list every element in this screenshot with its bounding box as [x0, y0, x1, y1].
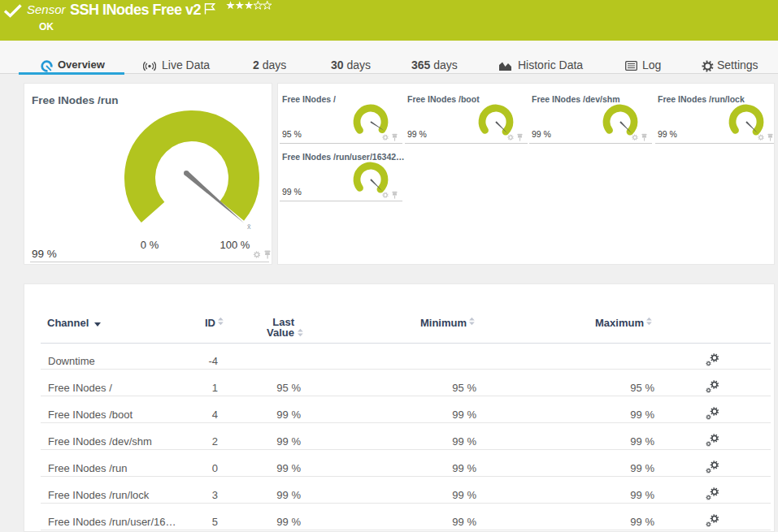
svg-text:x̄: x̄ [247, 223, 251, 231]
